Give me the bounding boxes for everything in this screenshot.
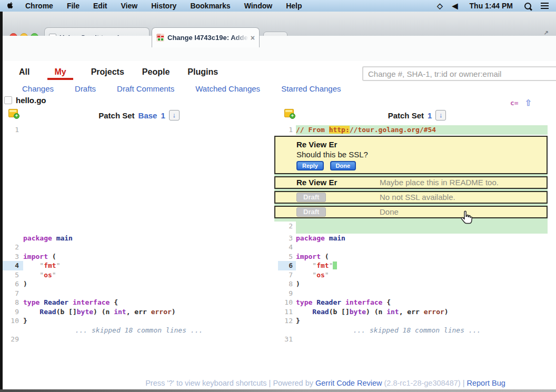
line-number[interactable]: 5 [278, 252, 296, 262]
add-file-comment-icon[interactable]: + [284, 109, 294, 117]
tab-strip: Using Gerrit to enhance yo × Change I474… [0, 12, 556, 36]
link-watched-changes[interactable]: Watched Changes [195, 84, 260, 93]
code-line: ) [23, 279, 278, 289]
line-number[interactable]: 6 [0, 279, 23, 289]
code-line [296, 243, 548, 252]
line-number[interactable]: 2 [278, 222, 296, 234]
diff-row: 5 "os"7 "os" [0, 270, 556, 280]
close-tab-icon[interactable]: × [251, 34, 255, 42]
nav-projects[interactable]: Projects [91, 67, 124, 80]
line-number[interactable]: 2 [0, 243, 23, 252]
diff-row: 4 "fmt"6 "fmt" [0, 261, 556, 270]
comment-collapsed[interactable]: Re View Er Maybe place this in README to… [274, 176, 548, 189]
top-nav: All My Projects People Plugins [19, 67, 218, 80]
code-line [23, 289, 278, 298]
menu-history[interactable]: History [151, 2, 176, 10]
code-line [296, 289, 548, 298]
line-number[interactable]: 9 [0, 307, 23, 317]
skipped-lines[interactable]: ... skipped 18 common lines ... [278, 326, 556, 335]
line-number[interactable] [0, 222, 23, 234]
menu-view[interactable]: View [121, 2, 137, 10]
code-line [23, 243, 278, 252]
footer-version: (2.8-rc1-28-ge308487) [384, 379, 461, 387]
link-drafts[interactable]: Drafts [75, 84, 96, 93]
code-line: "os" [296, 270, 548, 280]
diff-row: 6)8) [0, 279, 556, 289]
line-number[interactable]: 6 [278, 261, 296, 270]
link-changes[interactable]: Changes [22, 84, 54, 93]
browser-toolbar: ← → ↻ 127.0.0.1:8080/#/c/2/1/hello.go,cm… [0, 36, 556, 62]
menu-window[interactable]: Window [244, 2, 273, 10]
desktop-edge [0, 389, 556, 392]
nav-all[interactable]: All [19, 67, 29, 80]
file-header: hello.go [4, 96, 46, 105]
patch-set-header: + Patch Set Base 1 ↓ + Patch Set 1 ↓ [0, 107, 556, 123]
nav-people[interactable]: People [142, 67, 170, 80]
tab-change-active[interactable]: Change I4743c19e: Added × [152, 27, 260, 47]
line-number[interactable]: 8 [0, 298, 23, 307]
volume-icon[interactable]: ◀ [452, 2, 458, 10]
download-patch-icon[interactable]: ↓ [169, 110, 180, 120]
menu-help[interactable]: Help [286, 2, 302, 10]
code-line: package main [296, 234, 548, 243]
line-number[interactable]: 9 [278, 289, 296, 298]
report-bug-link[interactable]: Report Bug [466, 379, 505, 387]
line-number[interactable]: 3 [278, 234, 296, 243]
code-line: } [296, 316, 548, 326]
line-number[interactable]: 10 [0, 316, 23, 326]
diff-row: 3import (5import ( [0, 252, 556, 262]
line-number[interactable]: 1 [278, 125, 296, 135]
line-number[interactable] [0, 234, 23, 243]
comment-summary: No not SSL available. [380, 193, 455, 202]
line-number[interactable]: 7 [0, 289, 23, 298]
line-number[interactable]: 7 [278, 270, 296, 280]
page-footer: Press '?' to view keyboard shortcuts | P… [0, 379, 556, 387]
line-number[interactable]: 11 [278, 307, 296, 317]
file-name: hello.go [16, 96, 46, 105]
spotlight-icon[interactable] [524, 3, 531, 9]
diff-row: 11// From http://tour.golang.org/#54 [0, 125, 556, 135]
skipped-lines[interactable]: ... skipped 18 common lines ... [0, 326, 278, 335]
line-number[interactable]: 4 [278, 243, 296, 252]
patch-number-link[interactable]: 1 [428, 111, 432, 120]
apple-icon[interactable] [7, 2, 15, 11]
notification-center-icon[interactable] [541, 3, 549, 9]
comment-collapsed-draft[interactable]: Draft No not SSL available. [274, 191, 548, 204]
done-button[interactable]: Done [330, 161, 356, 170]
menubar-clock[interactable]: Thu 1:44 PM [470, 2, 513, 10]
line-number[interactable]: 4 [0, 261, 23, 270]
diff-row: 9 Read(b []byte) (n int, err error)11 Re… [0, 307, 556, 317]
link-starred-changes[interactable]: Starred Changes [281, 84, 341, 93]
line-number[interactable]: 29 [0, 335, 23, 344]
menu-file[interactable]: File [67, 2, 80, 10]
add-file-comment-icon[interactable]: + [8, 109, 18, 117]
nav-my-active[interactable]: My [47, 67, 73, 80]
comment-collapsed-draft[interactable]: Draft Done [274, 206, 548, 218]
patch-set-label: Patch Set [98, 111, 134, 120]
download-patch-icon[interactable]: ↓ [435, 110, 446, 120]
diff-row: 8type Reader interface {10type Reader in… [0, 298, 556, 307]
prev-file-icon[interactable]: c= [510, 99, 519, 107]
line-number[interactable]: 5 [0, 270, 23, 280]
patch-base-link[interactable]: Base [138, 111, 157, 120]
patch-set-label: Patch Set [388, 111, 424, 120]
patch-number-link[interactable]: 1 [161, 111, 165, 120]
search-input[interactable] [362, 66, 556, 81]
line-number[interactable]: 1 [0, 125, 23, 135]
line-number[interactable]: 3 [0, 252, 23, 262]
link-draft-comments[interactable]: Draft Comments [117, 84, 174, 93]
nav-plugins[interactable]: Plugins [187, 67, 218, 80]
menu-chrome[interactable]: Chrome [25, 2, 53, 10]
code-line: "fmt" [296, 261, 548, 270]
file-checkbox[interactable] [4, 96, 12, 104]
line-number[interactable]: 31 [278, 335, 296, 344]
menu-bookmarks[interactable]: Bookmarks [190, 2, 230, 10]
line-number[interactable]: 10 [278, 298, 296, 307]
line-number[interactable]: 8 [278, 279, 296, 289]
up-to-change-icon[interactable]: ⇧ [525, 98, 532, 108]
menu-edit[interactable]: Edit [93, 2, 107, 10]
battery-icon[interactable]: ◇ [437, 2, 443, 10]
gerrit-link[interactable]: Gerrit Code Review [315, 379, 382, 387]
reply-button[interactable]: Reply [296, 161, 324, 170]
line-number[interactable]: 12 [278, 316, 296, 326]
